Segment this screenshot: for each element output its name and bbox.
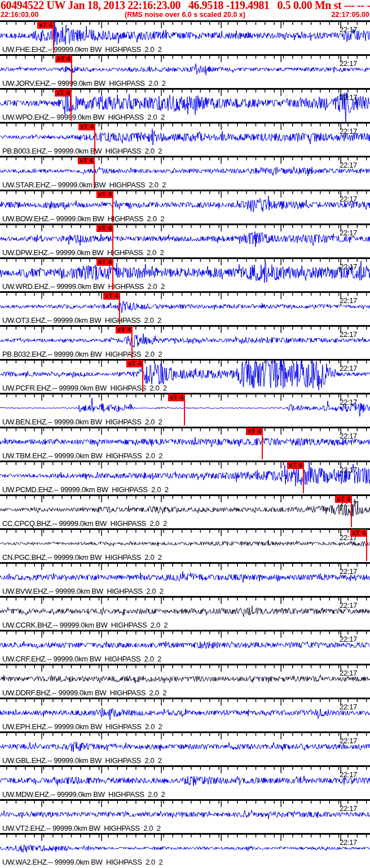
trace-row: 22:17UW.CRF.EHZ.-- 99999.0km BW HIGHPASS… [0,630,370,664]
trace-row: 22:17UW.BEN.EHZ.-- 99999.0km BW HIGHPASS… [0,393,370,427]
pick-line[interactable] [366,536,367,561]
station-label: UW.EPH.EHZ.-- 99999.0km BW HIGHPASS 2.0 … [2,722,162,731]
minute-label: 22:17 [340,601,357,610]
minute-label: 22:17 [340,669,357,677]
trace-row: 22:17PB.B003.EHZ.-- 99999.0km BW HIGHPAS… [0,122,370,156]
pick-line[interactable] [112,265,113,290]
minute-label: 22:17 [340,364,357,372]
minute-label: 22:17 [340,127,357,135]
pick-line[interactable] [53,28,54,53]
pick-flag[interactable]: xT 4 [55,89,72,97]
minute-label: 22:17 [340,93,357,102]
pick-flag[interactable]: xT 4 [96,225,113,232]
trace-row: 22:17UW.JORV.EHZ.-- 99999.0km BW HIGHPAS… [0,54,370,88]
pick-line[interactable] [71,95,72,121]
minute-label: 22:17 [340,25,357,34]
pick-flag[interactable]: xT 4 [246,428,263,435]
pick-line[interactable] [94,129,95,155]
trace-row: 22:17UW.WRD.EHZ.-- 99999.0km BW HIGHPASS… [0,257,370,291]
pick-flag[interactable]: xT 4 [168,394,185,401]
station-label: UW.DPW.EHZ.-- 99999.0km BW HIGHPASS 2.0 … [2,248,164,257]
station-label: UW.JORV.EHZ.-- 99999.0km BW HIGHPASS 2.0… [2,79,166,87]
trace-row: 22:17UW.BVW.EHZ.-- 99999.0km BW HIGHPASS… [0,562,370,596]
scale-note: (RMS noise over 6.0 s scaled 20.0 x) [0,11,370,19]
trace-row: 22:17UW.DPW.EHZ.-- 99999.0km BW HIGHPASS… [0,223,370,257]
minute-label: 22:17 [340,161,357,169]
pick-flag[interactable]: xT 4 [103,292,120,300]
station-label: UW.WA2.EHZ.-- 99999.0km BW HIGHPASS 2.0 … [2,858,162,866]
trace-row: 22:17UW.TBM.EHZ.-- 99999.0km BW HIGHPASS… [0,427,370,461]
minute-label: 22:17 [340,262,357,271]
window-end-time: 22:17:05.00 [332,11,369,19]
station-label: UW.MDW.EHZ.-- 99999.0km BW HIGHPASS 2.0 … [2,790,165,799]
event-header: 60494522 UW Jan 18, 2013 22:16:23.00 46.… [0,0,370,20]
pick-flag[interactable]: xT 4 [287,462,304,469]
station-label: PB.B003.EHZ.-- 99999.0km BW HIGHPASS 2.0… [2,147,162,155]
pick-flag[interactable]: xT 4 [96,258,113,266]
trace-row: 22:17UW.OT3.EHZ.-- 99999.0km BW HIGHPASS… [0,291,370,325]
trace-row: 22:17UW.WA2.EHZ.-- 99999.0km BW HIGHPASS… [0,833,370,867]
trace-row: 22:17UW.DDRF.BHZ.-- 99999.0km BW HIGHPAS… [0,664,370,698]
trace-row: 22:17CC.CPCQ.BHZ.-- 99999.0km BW HIGHPAS… [0,494,370,528]
trace-row: 22:17UW.CCRK.BHZ.-- 99999.0km BW HIGHPAS… [0,596,370,630]
station-label: UW.BEN.EHZ.-- 99999.0km BW HIGHPASS 2.0 … [2,418,162,426]
station-label: UW.GBL.EHZ.-- 99999.0km BW HIGHPASS 2.0 … [2,756,162,765]
minute-label: 22:17 [340,229,357,237]
minute-label: 22:17 [340,703,357,711]
time-window-bar: 22:16:03.00 (RMS noise over 6.0 s scaled… [0,11,370,20]
pick-flag[interactable]: xT 4 [350,529,367,537]
minute-label: 22:17 [340,466,357,474]
trace-row: 22:17CN.PGC.BHZ.-- 99999.0km BW HIGHPASS… [0,528,370,562]
trace-row: 22:17UW.EPH.EHZ.-- 99999.0km BW HIGHPASS… [0,698,370,731]
pick-line[interactable] [262,434,263,459]
station-label: UW.FHE.EHZ.-- 99999.0km BW HIGHPASS 2.0 … [2,45,162,54]
station-label: UW.STAR.EHZ.-- 99999.0km BW HIGHPASS 2.0… [2,181,166,189]
pick-flag[interactable]: xT 4 [78,157,95,164]
minute-label: 22:17 [340,804,357,813]
minute-label: 22:17 [340,195,357,203]
station-label: CC.CPCQ.BHZ.-- 99999.0km BW HIGHPASS 2.0… [2,519,167,528]
station-label: UW.VT2.EHZ.-- 99999.0km BW HIGHPASS 2.0 … [2,824,161,832]
minute-label: 22:17 [340,59,357,68]
station-label: UW.DDRF.BHZ.-- 99999.0km BW HIGHPASS 2.0… [2,689,166,697]
station-label: UW.WRD.EHZ.-- 99999.0km BW HIGHPASS 2.0 … [2,282,165,291]
station-label: UW.OT3.EHZ.-- 99999.0km BW HIGHPASS 2.0 … [2,316,161,325]
pick-flag[interactable]: xT 4 [126,360,143,367]
pick-line[interactable] [131,332,133,358]
pick-line[interactable] [119,299,120,324]
station-label: UW.BOW.EHZ.-- 99999.0km BW HIGHPASS 2.0 … [2,214,164,223]
pick-line[interactable] [71,62,72,87]
minute-label: 22:17 [340,567,357,576]
trace-row: 22:17UW.GBL.EHZ.-- 99999.0km BW HIGHPASS… [0,731,370,765]
pick-line[interactable] [351,502,352,527]
pick-flag[interactable]: xT 4 [335,496,352,503]
pick-line[interactable] [112,231,113,256]
pick-flag[interactable]: xT 4 [37,21,54,29]
pick-line[interactable] [184,400,185,426]
trace-row: 22:17UW.WPO.EHZ.-- 99999.0km BW HIGHPASS… [0,88,370,122]
pick-line[interactable] [112,197,113,222]
minute-label: 22:17 [340,432,357,440]
station-label: UW.CCRK.BHZ.-- 99999.0km BW HIGHPASS 2.0… [2,621,168,629]
trace-row: 22:17UW.STAR.EHZ.-- 99999.0km BW HIGHPAS… [0,156,370,190]
event-summary: 60494522 UW Jan 18, 2013 22:16:23.00 46.… [1,0,370,12]
pick-line[interactable] [303,468,304,493]
station-label: UW.CRF.EHZ.-- 99999.0km BW HIGHPASS 2.0 … [2,655,161,663]
minute-label: 22:17 [340,770,357,779]
pick-flag[interactable]: xT 4 [96,191,113,198]
pick-flag[interactable]: xT 4 [116,326,133,334]
station-label: UW.BVW.EHZ.-- 99999.0km BW HIGHPASS 2.0 … [2,587,164,595]
trace-row: 22:17UW.FHE.EHZ.-- 99999.0km BW HIGHPASS… [0,20,370,54]
pick-line[interactable] [142,366,143,392]
trace-row: 22:17UW.BOW.EHZ.-- 99999.0km BW HIGHPASS… [0,190,370,223]
station-label: UW.WPO.EHZ.-- 99999.0km BW HIGHPASS 2.0 … [2,113,165,121]
trace-row: 22:17PB.B032.EHZ.-- 99999.0km BW HIGHPAS… [0,325,370,359]
pick-line[interactable] [94,163,95,188]
pick-flag[interactable]: xT 4 [55,55,72,63]
station-label: UW.TBM.EHZ.-- 99999.0km BW HIGHPASS 2.0 … [2,451,162,460]
minute-label: 22:17 [340,635,357,643]
trace-row: 22:17UW.PCFR.EHZ.-- 99999.0km BW HIGHPAS… [0,359,370,393]
minute-label: 22:17 [340,737,357,745]
minute-label: 22:17 [340,398,357,406]
pick-flag[interactable]: xT 4 [78,123,95,130]
